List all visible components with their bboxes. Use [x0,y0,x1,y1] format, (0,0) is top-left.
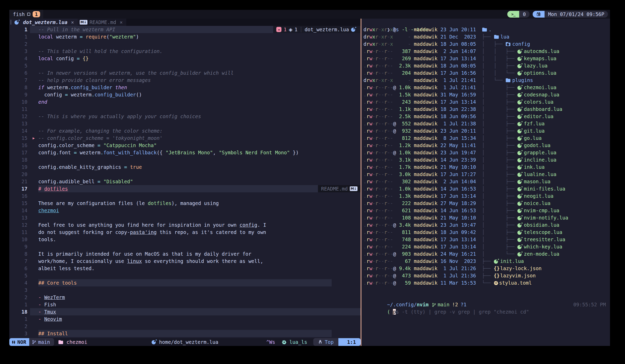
lua-file-icon [517,143,523,148]
editor-line: 6albeit less tested. [9,265,361,272]
sign-column [33,48,38,55]
sign-column [33,207,38,214]
file-name: lazy.lua [524,63,548,69]
folder-icon [494,34,499,39]
ls-row-lua: drwxr-xr-x - maddawik 21 Dec 2023 ├── lu… [363,33,610,40]
line-number: 18 [9,308,33,315]
sign-column: ▶ [33,134,38,142]
line-number: 3 [9,330,33,337]
ls-row-telescope.lua: .rw-r--r-- 811 maddawik 18 Jun 09:42 │ ├… [363,229,610,236]
ls-row-mini-files.lua: .rw-r--r-- 1.0k maddawik 14 Jun 16:53 │ … [363,185,610,192]
ls-row-nvim-cmp.lua: .rw-r--r-- 621 maddawik 14 Jun 16:53 │ ├… [363,207,610,214]
line-number: 17 [9,149,33,156]
editor-line: 13 [9,120,361,127]
lua-file-icon [517,186,523,192]
incline-filename: dot_wezterm.lua [304,27,349,32]
sign-column [33,156,38,163]
line-number: 18 [9,156,33,163]
file-name: nvim-cmp.lua [524,208,559,213]
wezterm-window: fish 1 >_ 0 Mon 07/01/24 09:56P dot_wezt… [9,10,610,346]
lua-file-icon [517,244,523,249]
ls-row-obsidian.lua: .rw-r--r--@ 3.4k maddawik 23 Jun 19:47 │… [363,221,610,229]
ls-row-fzf.lua: .rw-r--r--@ 552 maddawik 1 Jul 21:38 │ ├… [363,120,610,127]
sign-column [33,272,38,279]
file-name: lazy-lock.json [500,266,541,271]
line-number: 14 [9,207,33,214]
editor-line: 16 [9,192,361,200]
file-name: ink.lua [524,164,545,170]
lua-file-icon [517,63,523,69]
line-number: 6 [9,265,33,272]
line-number: 13 [9,120,33,127]
lua-file-icon [351,27,356,32]
sign-column [33,40,38,48]
file-name: plugins [512,77,533,83]
line-number: 16 [9,142,33,149]
editor-line: 17config.font = wezterm.font_with_fallba… [9,149,361,156]
file-name: autocmds.lua [524,48,559,54]
branch-icon [32,340,36,344]
ls-row-keymaps.lua: .rw-r--r-- 269 maddawik 17 Jun 13:14 │ │… [363,55,610,62]
shell-prompt-line: ~/.config/nvimmain!2?109:55:52 PM [363,294,610,301]
toml-gear-icon [494,280,499,286]
sign-column [33,105,38,113]
editor-window-readme[interactable]: README.md M↓ 17# dotfiles1615These are m… [9,185,361,338]
file-name: editor.lua [524,113,553,119]
ls-row-incline.lua: .rw-r--r-- 3.1k maddawik 14 Jun 23:39 │ … [363,156,610,163]
pending-keys: ^Ws [266,339,275,345]
ls-row-dashboard.lua: .rw-r--r-- 1.1k maddawik 18 Jun 22:38 │ … [363,105,610,113]
line-number: 1 [9,26,33,33]
lua-file-icon [517,215,523,221]
sign-column [33,214,38,221]
bufferline: dot_wezterm.lua×M↓README.md× [9,19,361,26]
lua-file-icon [517,85,523,90]
buffer-tab-dot_wezterm.lua[interactable]: dot_wezterm.lua× [9,19,78,26]
tab-index-badge: 1 [33,11,40,17]
file-name: godot.lua [524,142,550,148]
sign-column [33,323,38,330]
editor-window-dot-wezterm[interactable]: - 1 ◈ 1 ┊ dot_wezterm.lua 1-- Pull in th… [9,26,361,185]
lsp-name: lua_ls [289,339,307,345]
file-name: obsidian.lua [524,222,559,228]
sign-column [33,26,38,33]
prompt-path: ~/.config/ [387,302,417,307]
config-folder-icon [505,42,511,47]
lua-file-icon [517,136,523,141]
buffer-tab-label: dot_wezterm.lua [23,19,68,25]
ls-row-colors.lua: .rw-r--r-- 243 maddawik 17 Jun 13:14 │ ├… [363,98,610,105]
sign-column [33,185,38,192]
buffer-tab-README.md[interactable]: M↓README.md× [78,19,126,26]
prompt-timestamp: 09:55:52 PM [573,301,606,308]
editor-line: 14chezmoi [9,207,361,214]
editor-line: 20 [9,171,361,178]
line-number: 21 [9,178,33,185]
terminal-pane[interactable]: ❯ls -l --tree drwxr-xr-x@ - maddawik 23 … [361,19,610,346]
editor-line: 21config.audible_bell = "Disabled" [9,178,361,185]
line-number: 11 [9,229,33,236]
editor-line: 3 [9,286,361,294]
line-number: 9 [9,91,33,98]
line-number: 6 [9,69,33,77]
ls-row-lazyvim.json: .rw-r--r--@ 473 maddawik 1 Jul 21:36 ├──… [363,272,610,279]
ls-row-lazy.lua: .rw-r--r-- 2.3k maddawik 18 Jun 08:05 │ … [363,62,610,69]
desktop: { "theme": { "base": "#1e1e2e", "mantle"… [0,0,625,364]
terminal-count-pill: >_ 0 [507,11,529,18]
folder-icon [482,27,487,32]
incline-readme-filename: README.md [321,186,348,192]
ls-row-lazy-lock.json: .rw-r--r--@ 9.4k maddawik 1 Jul 21:26 ├─… [363,265,610,272]
ls-row-godot.lua: .rw-r--r-- 1.2k maddawik 22 May 11:41 │ … [363,142,610,149]
editor-line: 7-- help provide clearer error messages [9,77,361,84]
ls-row-plugins: drwxr-xr-x - maddawik 1 Jul 21:41 │ └── … [363,77,610,84]
project-name: chezmoi [66,339,87,345]
lua-file-icon [517,201,523,206]
file-name: noice.lua [524,200,550,206]
line-number: 10 [9,236,33,243]
close-buffer-icon[interactable]: × [120,19,123,25]
ls-row-lualine.lua: .rw-r--r-- 3.0k maddawik 17 Jun 17:27 │ … [363,171,610,178]
editor-line: 8if wezterm.config_builder then [9,84,361,91]
neovim-pane[interactable]: dot_wezterm.lua×M↓README.md× - 1 ◈ 1 ┊ d… [9,19,361,346]
file-name: zen-mode.lua [524,251,559,257]
git-branch[interactable]: main [29,338,54,346]
tab-fish[interactable]: fish 1 [9,10,43,19]
close-buffer-icon[interactable]: × [71,19,74,25]
